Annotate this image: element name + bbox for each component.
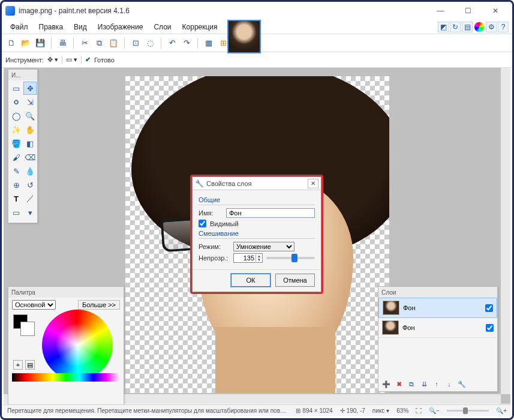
layers-panel: Слои Фон Фон ➕ ✖ ⧉ ⇊ ↑ ↓ 🔧 — [378, 286, 498, 392]
layer-row[interactable]: Фон — [378, 318, 497, 338]
deselect-icon[interactable]: ◌ — [144, 37, 156, 49]
menu-image[interactable]: Изображение — [93, 21, 148, 33]
paint-bucket-tool[interactable]: 🪣 — [10, 137, 23, 150]
brush-tool[interactable]: 🖌 — [10, 151, 23, 164]
blend-mode-select[interactable]: Умножение — [233, 242, 294, 251]
add-color-icon[interactable]: + — [13, 360, 23, 370]
zoom-slider[interactable] — [447, 410, 489, 412]
rectangle-tool[interactable]: ▭ — [10, 206, 23, 219]
layers-icon[interactable]: ▤ — [462, 22, 473, 32]
add-layer-icon[interactable]: ➕ — [381, 379, 392, 389]
shapes-tool[interactable]: ▾ — [23, 206, 37, 219]
redo-icon[interactable]: ↷ — [181, 37, 193, 49]
menu-file[interactable]: Файл — [5, 21, 33, 33]
status-bar: Перетащите для перемещения. Перетащите м… — [4, 404, 510, 416]
cut-icon[interactable]: ✂ — [79, 37, 91, 49]
layer-row[interactable]: Фон — [378, 298, 497, 318]
fit-icon[interactable]: ⛶ — [416, 407, 422, 414]
open-icon[interactable]: 📂 — [20, 37, 32, 49]
opacity-input[interactable] — [234, 254, 256, 262]
more-colors-button[interactable]: Больше >> — [78, 300, 120, 310]
layer-name-input[interactable] — [226, 208, 315, 218]
opacity-slider[interactable] — [266, 257, 315, 259]
tools-panel: И... ▭ ✥ ⭘ ⇲ ◯ 🔍 ✨ ✋ 🪣 ◧ 🖌 ⌫ ✎ 💧 ⊕ ↺ T ／… — [8, 69, 38, 223]
tool-dropdown[interactable]: ✥ ▾ — [47, 56, 58, 64]
zoom-in-icon[interactable]: 🔍+ — [496, 407, 507, 414]
vertical-scrollbar[interactable] — [501, 68, 510, 394]
section-general: Общие — [199, 196, 315, 203]
move-down-icon[interactable]: ↓ — [444, 379, 455, 389]
palette-strip[interactable] — [12, 373, 120, 382]
history-icon[interactable]: ↻ — [450, 22, 461, 32]
tool-label: Инструмент: — [5, 56, 44, 64]
maximize-button[interactable]: ☐ — [455, 2, 481, 19]
line-tool[interactable]: ／ — [23, 192, 37, 205]
layer-properties-icon[interactable]: 🔧 — [456, 379, 467, 389]
paste-icon[interactable]: 📋 — [107, 37, 119, 49]
crop-icon[interactable]: ⊡ — [130, 37, 142, 49]
secondary-color-swatch[interactable] — [20, 322, 35, 336]
gradient-tool[interactable]: ◧ — [23, 137, 37, 150]
document-thumbnail[interactable] — [227, 20, 261, 53]
help-icon[interactable]: ? — [498, 22, 509, 32]
menu-edit[interactable]: Правка — [34, 21, 68, 33]
palette-manage-icon[interactable]: ▤ — [25, 360, 35, 370]
dialog-close-button[interactable]: ✕ — [308, 179, 318, 188]
tool-window-icon[interactable]: ◩ — [438, 22, 449, 32]
status-zoom: 63% — [396, 407, 408, 414]
menu-layers[interactable]: Слои — [149, 21, 176, 33]
new-icon[interactable]: 🗋 — [5, 37, 17, 49]
layer-visible-checkbox[interactable] — [485, 304, 493, 312]
copy-icon[interactable]: ⧉ — [93, 37, 105, 49]
layer-visible-checkbox[interactable] — [486, 324, 494, 332]
opacity-spinner[interactable]: ▲▼ — [233, 253, 263, 263]
duplicate-layer-icon[interactable]: ⧉ — [406, 379, 417, 389]
minimize-button[interactable]: — — [427, 2, 453, 19]
grid-icon[interactable]: ▦ — [203, 37, 215, 49]
visible-checkbox[interactable] — [199, 220, 206, 227]
opacity-label: Непрозр.: — [199, 254, 230, 262]
color-wheel[interactable] — [42, 310, 113, 380]
selection-mode-dropdown[interactable]: ▭ ▾ — [66, 56, 77, 64]
move-selection-tool[interactable]: ⇲ — [23, 95, 37, 109]
eraser-tool[interactable]: ⌫ — [23, 151, 37, 164]
cancel-button[interactable]: Отмена — [275, 274, 315, 287]
titlebar: image.png - paint.net версия 4.1.6 — ☐ ✕ — [2, 2, 512, 20]
zoom-tool[interactable]: 🔍 — [23, 109, 37, 122]
menu-adjust[interactable]: Коррекция — [178, 21, 223, 33]
move-tool[interactable]: ✥ — [23, 82, 37, 95]
text-tool[interactable]: T — [10, 192, 23, 205]
color-primary-select[interactable]: Основной — [12, 300, 56, 310]
dialog-title: Свойства слоя — [206, 180, 251, 187]
lasso-tool[interactable]: ⭘ — [10, 95, 23, 109]
ok-button[interactable]: ОК — [231, 274, 270, 287]
window-title: image.png - paint.net версия 4.1.6 — [19, 7, 427, 15]
tool-options-bar: Инструмент: ✥ ▾ ▭ ▾ ✔ Готово — [2, 52, 512, 68]
color-picker-tool[interactable]: 💧 — [23, 164, 37, 178]
save-icon[interactable]: 💾 — [34, 37, 46, 49]
name-label: Имя: — [199, 209, 223, 217]
print-icon[interactable]: 🖶 — [56, 37, 68, 49]
pan-tool[interactable]: ✋ — [23, 123, 37, 136]
clone-tool[interactable]: ⊕ — [10, 178, 23, 191]
tools-panel-title: И... — [11, 72, 21, 79]
spin-down-icon[interactable]: ▼ — [256, 258, 262, 262]
close-button[interactable]: ✕ — [482, 2, 509, 19]
pencil-tool[interactable]: ✎ — [10, 164, 23, 178]
move-up-icon[interactable]: ↑ — [431, 379, 442, 389]
wrench-icon: 🔧 — [195, 179, 204, 188]
help-icons: ◩ ↻ ▤ ⚙ ? — [438, 22, 509, 32]
recolor-tool[interactable]: ↺ — [23, 178, 37, 191]
merge-layer-icon[interactable]: ⇊ — [419, 379, 429, 389]
undo-icon[interactable]: ↶ — [166, 37, 178, 49]
settings-icon[interactable]: ⚙ — [486, 22, 497, 32]
magic-wand-tool[interactable]: ✨ — [10, 123, 23, 136]
ellipse-select-tool[interactable]: ◯ — [10, 109, 23, 122]
tool-status: Готово — [94, 56, 115, 64]
zoom-out-icon[interactable]: 🔍− — [429, 407, 440, 414]
menu-view[interactable]: Вид — [69, 21, 92, 33]
rect-select-tool[interactable]: ▭ — [10, 82, 23, 95]
colors-icon[interactable] — [474, 22, 485, 32]
delete-layer-icon[interactable]: ✖ — [393, 379, 404, 389]
status-cursor: 190, -7 — [347, 407, 365, 414]
